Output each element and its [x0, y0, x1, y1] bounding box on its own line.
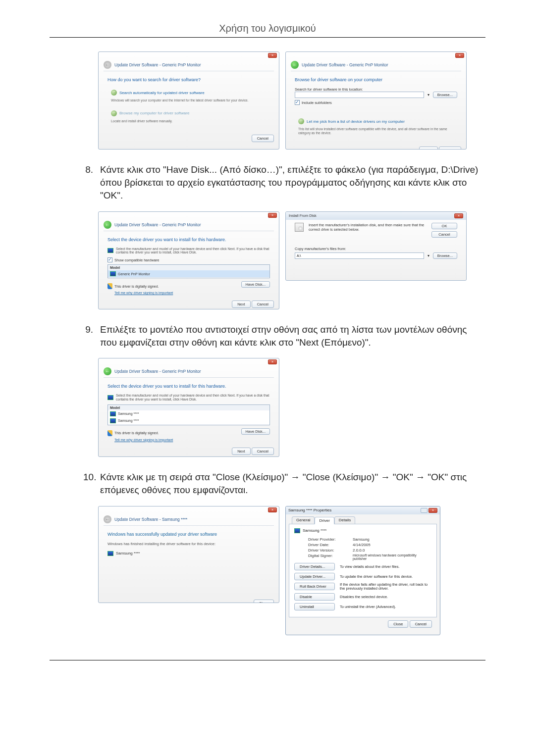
roll-back-desc: If the device fails after updating the d… — [340, 583, 431, 591]
dialog-update-success: × ← Update Driver Software - Samsung ***… — [98, 506, 279, 603]
close-button[interactable]: Close — [254, 600, 274, 603]
list-item[interactable]: Samsung **** — [108, 410, 269, 417]
model-list[interactable]: Model Samsung **** Samsung **** — [107, 404, 270, 425]
close-icon[interactable]: × — [455, 53, 464, 58]
back-icon: ← — [104, 515, 111, 523]
cancel-button[interactable]: Cancel — [252, 301, 274, 308]
wizard-title: Update Driver Software - Generic PnP Mon… — [114, 62, 201, 67]
list-item-label: Generic PnP Monitor — [118, 272, 150, 276]
signed-text: This driver is digitally signed. — [114, 285, 159, 288]
page-title: Χρήση του λογισμικού — [50, 23, 485, 34]
close-button[interactable]: Close — [388, 620, 408, 628]
copy-from-label: Copy manufacturer's files from: — [295, 247, 457, 251]
next-button[interactable]: Next — [232, 448, 250, 455]
roll-back-button[interactable]: Roll Back Driver — [294, 583, 335, 590]
driver-details-button[interactable]: Driver Details... — [294, 563, 335, 570]
option-title: Let me pick from a list of device driver… — [307, 119, 405, 124]
update-driver-button[interactable]: Update Driver... — [294, 573, 335, 580]
column-header: Model — [108, 265, 269, 270]
shield-icon — [107, 430, 112, 436]
wizard-title: Update Driver Software - Generic PnP Mon… — [302, 62, 388, 67]
option-title: Browse my computer for driver software — [119, 111, 189, 115]
cancel-button[interactable]: Cancel — [252, 448, 274, 455]
tab-details[interactable]: Details — [334, 516, 355, 524]
next-button[interactable]: Next — [419, 147, 437, 150]
value-provider: Samsung — [353, 537, 370, 542]
header-rule — [50, 37, 485, 38]
back-icon[interactable]: ← — [104, 221, 111, 229]
option-title: Search automatically for updated driver … — [119, 91, 205, 95]
tab-general[interactable]: General — [292, 516, 315, 524]
compatible-checkbox[interactable] — [107, 257, 112, 262]
chevron-down-icon[interactable]: ▾ — [426, 93, 431, 97]
wizard-title: Update Driver Software - Generic PnP Mon… — [114, 369, 201, 374]
option-pick-from-list[interactable]: Let me pick from a list of device driver… — [295, 116, 457, 138]
dialog-message: Insert the manufacturer's installation d… — [309, 223, 427, 238]
option-desc: Windows will search your computer and th… — [111, 99, 267, 102]
heading: Browse for driver software on your compu… — [295, 77, 457, 82]
close-icon[interactable]: × — [268, 53, 277, 58]
back-icon[interactable]: ← — [291, 61, 299, 69]
arrow-icon — [111, 110, 117, 116]
dialog-install-from-disk: Install From Disk × Insert the manufactu… — [285, 211, 467, 281]
disk-icon — [295, 223, 304, 232]
back-icon[interactable]: ← — [104, 367, 111, 375]
path-input[interactable] — [295, 252, 424, 259]
instruction-text: Select the manufacturer and model of you… — [116, 247, 270, 255]
option-browse-computer[interactable]: Browse my computer for driver software L… — [107, 108, 270, 126]
uninstall-button[interactable]: Uninstall — [294, 603, 335, 610]
cancel-button[interactable]: Cancel — [410, 620, 432, 628]
step-number: 8. — [83, 163, 100, 202]
disable-button[interactable]: Disable — [294, 593, 335, 601]
path-input[interactable] — [295, 92, 424, 98]
monitor-icon — [110, 411, 116, 416]
label-provider: Driver Provider: — [308, 537, 353, 542]
ok-button[interactable]: OK — [431, 223, 457, 229]
option-auto-search[interactable]: Search automatically for updated driver … — [107, 87, 270, 105]
step-number: 9. — [83, 323, 100, 349]
step-text: Κάντε κλικ με τη σειρά στα "Close (Κλείσ… — [100, 471, 485, 497]
close-icon[interactable]: × — [454, 213, 463, 218]
help-icon[interactable] — [421, 508, 428, 513]
option-desc: This list will show installed driver sof… — [298, 127, 454, 135]
cancel-button[interactable]: Cancel — [252, 135, 274, 142]
list-item[interactable]: Samsung **** — [108, 417, 269, 424]
next-button[interactable]: Next — [232, 301, 250, 308]
chevron-down-icon[interactable]: ▾ — [426, 253, 431, 258]
driver-details-desc: To view details about the driver files. — [340, 564, 431, 569]
have-disk-button[interactable]: Have Disk... — [241, 428, 270, 435]
shield-icon — [107, 283, 112, 289]
heading: Windows has successfully updated your dr… — [107, 532, 270, 537]
signing-info-link[interactable]: Tell me why driver signing is important — [114, 291, 173, 295]
arrow-icon — [111, 90, 117, 96]
browse-button[interactable]: Browse... — [433, 92, 457, 98]
close-icon[interactable]: × — [268, 507, 277, 512]
value-version: 2.0.0.0 — [353, 548, 365, 553]
label-version: Driver Version: — [308, 548, 353, 553]
include-subfolders-checkbox[interactable] — [295, 100, 300, 105]
dialog-device-properties: Samsung **** Properties × General Driver… — [285, 506, 440, 636]
signing-info-link[interactable]: Tell me why driver signing is important — [114, 438, 173, 442]
value-date: 4/14/2005 — [353, 543, 371, 547]
browse-button[interactable]: Browse... — [433, 252, 457, 259]
value-signer: microsoft windows hardware compatibility… — [353, 554, 431, 560]
monitor-icon — [294, 528, 300, 533]
wizard-title: Update Driver Software - Generic PnP Mon… — [114, 222, 201, 227]
have-disk-button[interactable]: Have Disk... — [241, 281, 270, 288]
list-item[interactable]: Generic PnP Monitor — [108, 270, 269, 277]
instruction-text: Select the manufacturer and model of you… — [116, 394, 270, 402]
list-item-label: Samsung **** — [118, 412, 139, 415]
close-icon[interactable]: × — [428, 508, 437, 513]
close-icon[interactable]: × — [268, 213, 277, 218]
dialog-title: Install From Disk — [289, 213, 317, 218]
option-desc: Locate and install driver software manua… — [111, 119, 267, 123]
dialog-select-driver-samsung: × ← Update Driver Software - Generic PnP… — [98, 358, 279, 457]
cancel-button[interactable]: Cancel — [439, 147, 461, 150]
model-list[interactable]: Model Generic PnP Monitor — [107, 264, 270, 278]
cancel-button[interactable]: Cancel — [431, 231, 457, 238]
label-signer: Digital Signer: — [308, 554, 353, 560]
wizard-title: Update Driver Software - Samsung **** — [114, 517, 187, 522]
tab-driver[interactable]: Driver — [315, 517, 334, 524]
device-name: Samsung **** — [303, 528, 326, 533]
close-icon[interactable]: × — [268, 359, 277, 364]
